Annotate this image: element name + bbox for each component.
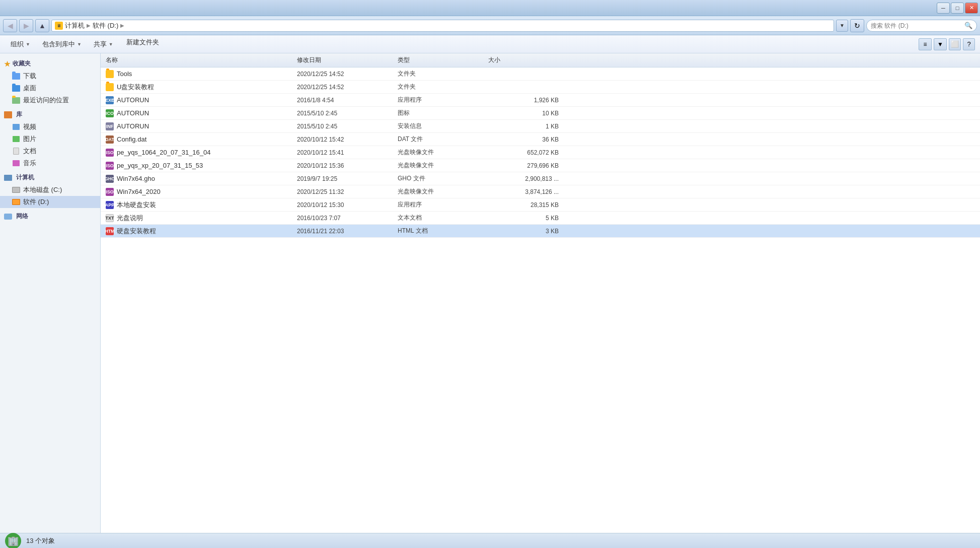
file-name-text: 本地硬盘安装 — [117, 200, 156, 210]
table-row[interactable]: ISO Win7x64_2020 2020/12/25 11:32 光盘映像文件… — [101, 185, 980, 198]
col-size[interactable]: 大小 — [488, 56, 569, 64]
file-size-cell: 3,874,126 ... — [488, 188, 569, 195]
include-library-button[interactable]: 包含到库中 ▼ — [37, 37, 87, 51]
file-type-cell: 文本文档 — [398, 214, 488, 222]
file-size-cell: 2,900,813 ... — [488, 175, 569, 182]
file-name-cell: ICO AUTORUN — [106, 109, 297, 117]
maximize-button[interactable]: □ — [951, 3, 964, 14]
table-row[interactable]: ISO pe_yqs_1064_20_07_31_16_04 2020/10/1… — [101, 146, 980, 159]
search-input[interactable] — [871, 22, 962, 29]
file-date-cell: 2020/10/12 15:36 — [297, 162, 398, 169]
table-row[interactable]: U盘安装教程 2020/12/25 14:52 文件夹 — [101, 81, 980, 94]
refresh-button[interactable]: ↻ — [850, 19, 864, 32]
favorites-section: ★ 收藏夹 下载 桌面 最近访问的位置 — [0, 57, 100, 106]
soft-d-label: 软件 (D:) — [23, 197, 49, 207]
desktop-label: 桌面 — [23, 84, 36, 93]
file-name-text: AUTORUN — [117, 122, 149, 130]
soft-d-icon — [12, 198, 20, 206]
organize-button[interactable]: 组织 ▼ — [5, 37, 36, 51]
file-size-cell: 36 KB — [488, 136, 569, 143]
computer-header[interactable]: 计算机 — [0, 171, 100, 184]
sidebar-item-downloads[interactable]: 下载 — [0, 70, 100, 82]
music-label: 音乐 — [23, 159, 36, 168]
title-bar: ─ □ ✕ — [0, 0, 980, 16]
sidebar-item-desktop[interactable]: 桌面 — [0, 82, 100, 94]
local-c-label: 本地磁盘 (C:) — [23, 185, 62, 194]
new-folder-button[interactable]: 新建文件夹 — [120, 37, 166, 51]
file-size-cell: 652,072 KB — [488, 149, 569, 156]
file-name-cell: TXT 光盘说明 — [106, 214, 297, 223]
downloads-label: 下载 — [23, 72, 36, 81]
network-header[interactable]: 网络 — [0, 210, 100, 223]
file-size-cell: 5 KB — [488, 215, 569, 222]
file-name-cell: HTM 硬盘安装教程 — [106, 227, 297, 236]
video-icon — [12, 123, 20, 131]
col-modified[interactable]: 修改日期 — [297, 56, 398, 64]
up-button[interactable]: ▲ — [35, 19, 49, 32]
share-button[interactable]: 共享 ▼ — [88, 37, 119, 51]
file-name-cell: GHO Win7x64.gho — [106, 175, 297, 183]
file-size-cell: 28,315 KB — [488, 201, 569, 209]
file-name-text: AUTORUN — [117, 109, 149, 117]
table-row[interactable]: Tools 2020/12/25 14:52 文件夹 — [101, 67, 980, 81]
file-size-cell: 1,926 KB — [488, 97, 569, 104]
file-size-cell: 3 KB — [488, 228, 569, 235]
file-date-cell: 2020/12/25 14:52 — [297, 84, 398, 91]
file-name-cell: Tools — [106, 70, 297, 78]
view-button[interactable]: ≡ — [919, 38, 932, 50]
recent-icon — [12, 96, 20, 104]
main-layout: ★ 收藏夹 下载 桌面 最近访问的位置 — [0, 53, 980, 533]
view-dropdown[interactable]: ▼ — [934, 38, 947, 50]
file-list-header: 名称 修改日期 类型 大小 — [101, 53, 980, 67]
forward-button[interactable]: ▶ — [19, 19, 33, 32]
status-icon: 🏢 — [5, 533, 21, 549]
file-type-cell: 光盘映像文件 — [398, 148, 488, 157]
table-row[interactable]: INF AUTORUN 2015/5/10 2:45 安装信息 1 KB — [101, 120, 980, 133]
table-row[interactable]: DAT Config.dat 2020/10/12 15:42 DAT 文件 3… — [101, 133, 980, 146]
organize-label: 组织 — [11, 40, 24, 49]
file-name-text: AUTORUN — [117, 96, 149, 104]
table-row[interactable]: GHO Win7x64.gho 2019/9/7 19:25 GHO 文件 2,… — [101, 172, 980, 185]
sidebar-item-image[interactable]: 图片 — [0, 133, 100, 145]
sidebar: ★ 收藏夹 下载 桌面 最近访问的位置 — [0, 53, 101, 533]
file-name-cell: DAT Config.dat — [106, 135, 297, 144]
minimize-button[interactable]: ─ — [937, 3, 950, 14]
sidebar-item-document[interactable]: 文档 — [0, 145, 100, 157]
file-type-cell: DAT 文件 — [398, 135, 488, 144]
sidebar-item-soft-d[interactable]: 软件 (D:) — [0, 196, 100, 208]
close-button[interactable]: ✕ — [965, 3, 978, 14]
file-type-cell: 文件夹 — [398, 70, 488, 78]
downloads-icon — [12, 72, 20, 80]
file-size-cell: 279,696 KB — [488, 162, 569, 169]
help-button[interactable]: ? — [963, 38, 975, 50]
sidebar-item-recent[interactable]: 最近访问的位置 — [0, 94, 100, 106]
pane-button[interactable]: ⬜ — [949, 38, 961, 50]
file-name-cell: ISO pe_yqs_1064_20_07_31_16_04 — [106, 149, 297, 157]
sidebar-item-local-c[interactable]: 本地磁盘 (C:) — [0, 184, 100, 196]
file-date-cell: 2015/5/10 2:45 — [297, 110, 398, 117]
file-size-cell: 10 KB — [488, 110, 569, 117]
back-button[interactable]: ◀ — [3, 19, 17, 32]
col-type[interactable]: 类型 — [398, 56, 488, 64]
search-box[interactable]: 🔍 — [866, 20, 977, 32]
file-date-cell: 2015/5/10 2:45 — [297, 123, 398, 130]
file-name-text: pe_yqs_1064_20_07_31_16_04 — [117, 149, 211, 156]
library-label: 库 — [16, 110, 22, 119]
table-row[interactable]: ICO AUTORUN 2015/5/10 2:45 图标 10 KB — [101, 107, 980, 120]
file-date-cell: 2019/9/7 19:25 — [297, 175, 398, 182]
address-dropdown[interactable]: ▼ — [836, 20, 848, 32]
table-row[interactable]: ISO pe_yqs_xp_20_07_31_15_53 2020/10/12 … — [101, 159, 980, 172]
table-row[interactable]: APP 本地硬盘安装 2020/10/12 15:30 应用程序 28,315 … — [101, 198, 980, 212]
library-header[interactable]: 库 — [0, 108, 100, 121]
table-row[interactable]: TXT 光盘说明 2016/10/23 7:07 文本文档 5 KB — [101, 212, 980, 225]
include-library-arrow: ▼ — [77, 42, 82, 47]
sidebar-item-music[interactable]: 音乐 — [0, 157, 100, 169]
table-row[interactable]: HTM 硬盘安装教程 2016/11/21 22:03 HTML 文档 3 KB — [101, 225, 980, 238]
file-date-cell: 2016/10/23 7:07 — [297, 215, 398, 222]
table-row[interactable]: EXE AUTORUN 2016/1/8 4:54 应用程序 1,926 KB — [101, 94, 980, 107]
sidebar-item-video[interactable]: 视频 — [0, 121, 100, 133]
favorites-header[interactable]: ★ 收藏夹 — [0, 57, 100, 70]
address-path[interactable]: 🖥 计算机 ▶ 软件 (D:) ▶ — [51, 20, 834, 32]
col-name[interactable]: 名称 — [106, 56, 297, 64]
network-section: 网络 — [0, 210, 100, 223]
